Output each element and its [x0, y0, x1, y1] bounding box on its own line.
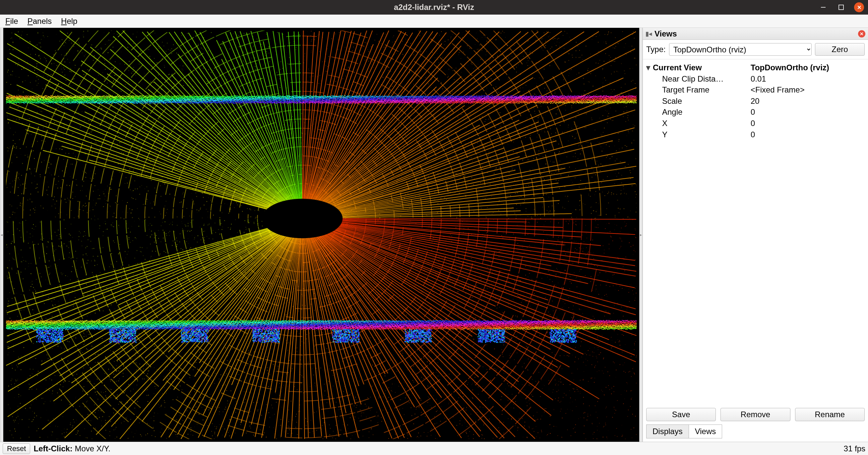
minimize-button[interactable] — [818, 2, 828, 12]
collapse-icon: ▮◂ — [646, 30, 652, 37]
view-type-row: Type: TopDownOrtho (rviz) Zero — [643, 40, 868, 59]
sidebar-tabs: Displays Views — [643, 424, 868, 442]
main-area: ▮◂ Views ✕ Type: TopDownOrtho (rviz) Zer… — [0, 28, 868, 442]
fps-counter: 31 fps — [844, 444, 865, 453]
view-type-select[interactable]: TopDownOrtho (rviz) — [669, 43, 812, 56]
views-panel-actions: Save Remove Rename — [643, 404, 868, 424]
zero-button[interactable]: Zero — [815, 43, 865, 56]
pointcloud-canvas[interactable] — [6, 31, 637, 439]
controls-hint: Left-Click: Move X/Y. — [33, 444, 111, 453]
close-button[interactable] — [854, 2, 864, 12]
tree-row-angle[interactable]: Angle 0 — [646, 107, 865, 118]
panel-close-button[interactable]: ✕ — [858, 30, 865, 37]
save-button[interactable]: Save — [646, 408, 716, 421]
menu-file[interactable]: File — [5, 17, 18, 26]
window-titlebar: a2d2-lidar.rviz* - RViz — [0, 0, 868, 14]
maximize-button[interactable] — [836, 2, 846, 12]
tab-views[interactable]: Views — [689, 424, 722, 438]
view-properties-tree[interactable]: ▾Current View TopDownOrtho (rviz) Near C… — [643, 59, 868, 404]
window-controls — [818, 2, 864, 12]
views-panel-header[interactable]: ▮◂ Views ✕ — [643, 28, 868, 40]
statusbar: Reset Left-Click: Move X/Y. 31 fps — [0, 442, 868, 455]
views-panel: ▮◂ Views ✕ Type: TopDownOrtho (rviz) Zer… — [643, 28, 868, 442]
reset-button[interactable]: Reset — [3, 444, 30, 454]
right-panel-handle[interactable] — [639, 28, 643, 442]
tab-displays[interactable]: Displays — [646, 424, 689, 438]
panel-title: Views — [654, 29, 677, 38]
left-panel-handle[interactable] — [0, 28, 3, 442]
window-title: a2d2-lidar.rviz* - RViz — [394, 3, 474, 12]
tree-current-view[interactable]: ▾Current View TopDownOrtho (rviz) — [646, 62, 865, 73]
menu-help[interactable]: Help — [61, 17, 77, 26]
menu-panels[interactable]: Panels — [28, 17, 52, 26]
tree-row-near-clip[interactable]: Near Clip Dista… 0.01 — [646, 73, 865, 85]
tree-row-x[interactable]: X 0 — [646, 118, 865, 129]
menubar: File Panels Help — [0, 14, 868, 28]
type-label: Type: — [646, 45, 666, 54]
tree-row-target-frame[interactable]: Target Frame <Fixed Frame> — [646, 84, 865, 95]
tree-row-y[interactable]: Y 0 — [646, 129, 865, 140]
remove-button[interactable]: Remove — [720, 408, 790, 421]
lidar-3d-view[interactable] — [3, 28, 639, 442]
tree-row-scale[interactable]: Scale 20 — [646, 95, 865, 107]
rename-button[interactable]: Rename — [795, 408, 865, 421]
